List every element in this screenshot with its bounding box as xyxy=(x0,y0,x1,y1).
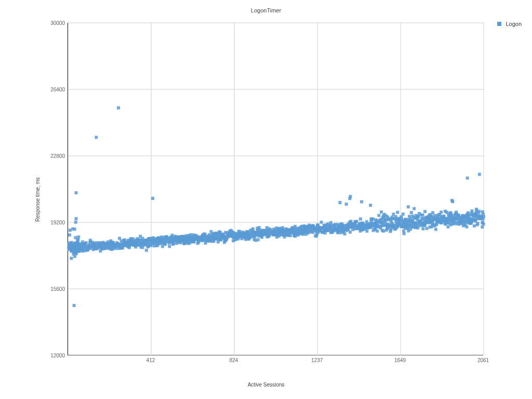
svg-rect-1673 xyxy=(75,191,78,194)
x-tick-label: 824 xyxy=(230,357,238,363)
svg-rect-1393 xyxy=(425,227,428,230)
x-axis-label: Active Sessions xyxy=(0,382,532,388)
svg-rect-1630 xyxy=(77,235,80,238)
svg-rect-1674 xyxy=(95,136,98,139)
svg-rect-1449 xyxy=(440,210,443,214)
chart-title: LogonTimer xyxy=(0,7,532,14)
svg-rect-1251 xyxy=(389,230,392,233)
svg-rect-1612 xyxy=(74,221,77,224)
svg-rect-1669 xyxy=(70,243,73,246)
svg-rect-1491 xyxy=(450,199,454,202)
svg-rect-1639 xyxy=(68,233,71,236)
legend-swatch-icon xyxy=(497,22,501,26)
svg-rect-1415 xyxy=(431,211,434,215)
svg-rect-1667 xyxy=(75,243,78,246)
svg-rect-1160 xyxy=(365,230,368,233)
svg-rect-1198 xyxy=(376,230,379,233)
svg-rect-314 xyxy=(145,249,148,252)
svg-rect-1120 xyxy=(355,220,358,223)
svg-rect-1658 xyxy=(75,251,78,255)
svg-rect-1672 xyxy=(75,217,78,220)
svg-rect-1497 xyxy=(452,222,455,225)
svg-rect-1362 xyxy=(417,215,420,218)
svg-rect-1096 xyxy=(349,231,352,234)
gridlines xyxy=(68,23,484,355)
svg-rect-1605 xyxy=(481,225,484,229)
y-tick-label: 26400 xyxy=(34,87,65,92)
x-tick-label: 2061 xyxy=(477,357,489,363)
svg-rect-1020 xyxy=(329,221,332,224)
svg-rect-332 xyxy=(149,244,152,247)
svg-rect-1636 xyxy=(70,257,73,260)
svg-rect-377 xyxy=(161,245,164,248)
y-axis-label: Response time, ms xyxy=(35,177,41,222)
svg-rect-1076 xyxy=(343,232,347,235)
y-tick-label: 22800 xyxy=(34,153,65,159)
svg-rect-1304 xyxy=(403,232,406,235)
svg-rect-1140 xyxy=(360,200,363,203)
x-tick-label: 1237 xyxy=(311,357,323,363)
svg-rect-1333 xyxy=(410,211,413,214)
legend-item-label: Logon xyxy=(506,21,522,27)
svg-rect-1026 xyxy=(329,224,332,227)
svg-rect-1183 xyxy=(371,217,375,220)
svg-rect-1587 xyxy=(476,222,480,225)
svg-rect-1627 xyxy=(69,229,72,232)
svg-rect-1056 xyxy=(339,201,342,204)
y-tick-label: 12000 xyxy=(34,353,65,358)
svg-rect-869 xyxy=(289,234,292,237)
svg-rect-1218 xyxy=(380,210,383,214)
svg-rect-83 xyxy=(85,241,88,244)
svg-rect-1580 xyxy=(474,218,477,221)
svg-rect-1608 xyxy=(482,222,485,225)
svg-rect-1584 xyxy=(475,208,478,211)
svg-rect-1671 xyxy=(73,304,76,307)
svg-rect-1172 xyxy=(369,204,372,207)
svg-rect-1675 xyxy=(117,107,120,110)
svg-rect-402 xyxy=(168,245,171,248)
svg-rect-742 xyxy=(257,238,260,242)
svg-rect-1670 xyxy=(72,249,75,252)
svg-rect-1458 xyxy=(442,215,445,218)
y-tick-label: 15600 xyxy=(34,286,65,292)
svg-rect-1384 xyxy=(423,224,426,227)
svg-rect-1138 xyxy=(359,218,362,221)
svg-rect-1373 xyxy=(421,214,424,217)
svg-rect-1676 xyxy=(151,197,154,200)
svg-rect-1543 xyxy=(465,225,468,229)
chart-stage: LogonTimer Logon 12000156001920022800264… xyxy=(0,0,532,399)
svg-rect-1553 xyxy=(467,211,470,215)
scatter-points xyxy=(67,107,485,307)
svg-rect-1387 xyxy=(423,210,427,213)
svg-rect-1320 xyxy=(407,205,410,208)
svg-rect-419 xyxy=(172,242,175,245)
svg-rect-1221 xyxy=(382,230,385,233)
svg-rect-1204 xyxy=(377,214,380,217)
svg-rect-1677 xyxy=(349,195,352,198)
svg-rect-514 xyxy=(197,241,200,244)
legend: Logon xyxy=(497,21,522,27)
svg-rect-1378 xyxy=(421,227,424,230)
svg-rect-1080 xyxy=(345,203,348,206)
svg-rect-1641 xyxy=(73,255,76,258)
svg-rect-1678 xyxy=(466,177,469,180)
svg-rect-1414 xyxy=(431,221,434,224)
svg-rect-1565 xyxy=(471,209,474,212)
svg-rect-1426 xyxy=(434,228,437,231)
svg-rect-245 xyxy=(128,246,131,249)
plot-area xyxy=(68,23,483,355)
svg-rect-1642 xyxy=(73,228,76,231)
svg-rect-1679 xyxy=(478,173,481,176)
x-tick-label: 412 xyxy=(147,357,155,363)
svg-rect-988 xyxy=(320,221,323,224)
y-tick-label: 30000 xyxy=(34,20,65,26)
svg-rect-1577 xyxy=(473,224,476,228)
svg-rect-1648 xyxy=(76,238,79,241)
svg-rect-1276 xyxy=(396,211,399,214)
svg-rect-1610 xyxy=(482,215,485,218)
x-tick-label: 1649 xyxy=(394,357,406,363)
svg-rect-1341 xyxy=(413,207,416,210)
svg-rect-1300 xyxy=(402,212,405,216)
plot-svg xyxy=(68,23,484,355)
